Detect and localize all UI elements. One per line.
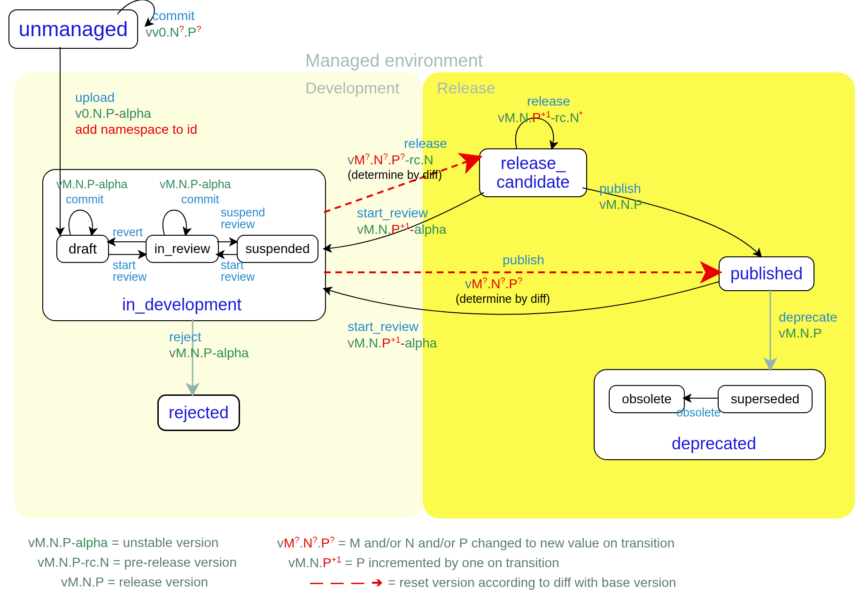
state-release-candidate: release_ candidate bbox=[479, 148, 587, 197]
legend-l2: vM.N.P-rc.N = pre-release version bbox=[38, 555, 237, 570]
t-obsolete: obsolete bbox=[676, 406, 721, 419]
t-rc-start-review-v: vM.N.P+1-alpha bbox=[357, 222, 446, 237]
t-publish: publish bbox=[599, 181, 641, 196]
state-published: published bbox=[719, 256, 814, 291]
t-deprecate: deprecate bbox=[779, 310, 837, 325]
t-publish-diff: publish bbox=[503, 253, 544, 268]
t-review-commit: commit bbox=[181, 193, 219, 206]
t-deprecate-v: vM.N.P bbox=[779, 326, 822, 341]
t-rc-self: release bbox=[527, 94, 570, 109]
t-unmanaged-commit: commit bbox=[152, 8, 194, 23]
t-suspend-review: suspendreview bbox=[221, 207, 265, 230]
t-pub-start-review-v: vM.N.P+1-alpha bbox=[348, 335, 437, 351]
t-pub-start-review: start_review bbox=[348, 319, 418, 334]
t-rc-self-v: vM.N.P+1-rc.N* bbox=[498, 110, 582, 125]
legend-r3: — — — ➔ = reset version according to dif… bbox=[310, 575, 676, 590]
state-obsolete: obsolete bbox=[609, 385, 685, 413]
state-in-development-label: in_development bbox=[122, 295, 241, 315]
t-publish-diff-v: vM?.N?.P? bbox=[465, 276, 522, 292]
t-upload-note: add namespace to id bbox=[75, 122, 197, 137]
t-publish-diff-note: (determine by diff) bbox=[456, 292, 550, 306]
t-start-review-1: startreview bbox=[113, 259, 147, 283]
legend-l3: vM.N.P = release version bbox=[61, 575, 208, 590]
t-rc-start-review: start_review bbox=[357, 206, 428, 221]
state-deprecated-label: deprecated bbox=[672, 434, 756, 454]
legend-r1: vM?.N?.P? = M and/or N and/or P changed … bbox=[277, 535, 674, 551]
state-superseded: superseded bbox=[718, 385, 813, 413]
title-release: Release bbox=[437, 79, 496, 97]
t-draft-commit: commit bbox=[66, 193, 104, 206]
t-reject-v: vM.N.P-alpha bbox=[169, 346, 249, 361]
title-managed: Managed environment bbox=[305, 51, 483, 71]
t-revert: revert bbox=[113, 225, 143, 239]
t-publish-v: vM.N.P bbox=[599, 197, 643, 212]
legend-r2: vM.N.P+1 = P incremented by one on trans… bbox=[288, 555, 559, 570]
state-in-review: in_review bbox=[146, 235, 219, 263]
t-start-review-2: startreview bbox=[221, 259, 255, 283]
t-review-commit-v: vM.N.P-alpha bbox=[160, 177, 231, 191]
state-draft: draft bbox=[56, 235, 109, 263]
t-draft-commit-v: vM.N.P-alpha bbox=[56, 177, 127, 191]
state-unmanaged: unmanaged bbox=[8, 9, 138, 49]
t-release-v: vM?.N?.P?-rc.N bbox=[348, 152, 434, 168]
legend-l1: vM.N.P-alpha = unstable version bbox=[28, 535, 218, 550]
title-development: Development bbox=[305, 79, 399, 97]
t-release: release bbox=[404, 136, 447, 151]
t-upload: upload bbox=[75, 90, 115, 105]
state-rejected: rejected bbox=[157, 394, 240, 431]
t-release-note: (determine by diff) bbox=[348, 168, 442, 182]
t-reject: reject bbox=[169, 330, 201, 345]
diagram-canvas: Managed environment Development Release … bbox=[0, 0, 868, 609]
t-upload-v: v0.N.P-alpha bbox=[75, 106, 151, 121]
state-suspended: suspended bbox=[237, 235, 318, 263]
state-unmanaged-label: unmanaged bbox=[19, 18, 128, 40]
t-unmanaged-commit-v: vv0.N?.P? bbox=[146, 24, 201, 40]
